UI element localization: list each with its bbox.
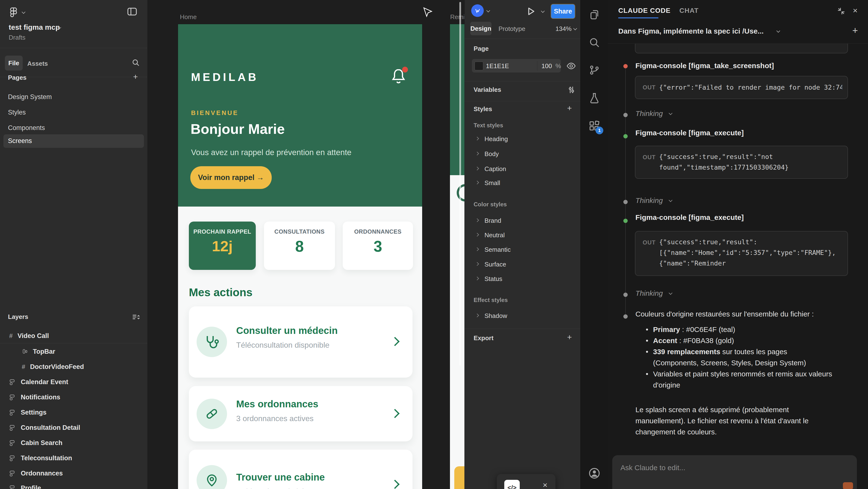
search-icon[interactable]: [589, 37, 600, 49]
visibility-eye-icon[interactable]: [566, 61, 576, 72]
zoom-level[interactable]: 134%: [556, 25, 572, 33]
present-play-icon[interactable]: [525, 6, 536, 18]
tool-output-block[interactable]: OUT {"error":"Failed to render image for…: [635, 76, 848, 99]
tool-output-block[interactable]: OUT {"success":true,"result":"not found"…: [635, 146, 848, 179]
layer-topbar[interactable]: TopBar: [22, 348, 55, 356]
toggle-sidebar-icon[interactable]: [127, 7, 137, 17]
expand-chevron-icon[interactable]: [475, 181, 479, 185]
expand-chevron-icon[interactable]: [475, 314, 479, 317]
page-opacity[interactable]: 100: [541, 62, 552, 70]
layer-settings[interactable]: Settings: [9, 409, 46, 416]
expand-chevron-icon[interactable]: [475, 262, 479, 266]
layer-ordonnances[interactable]: Ordonnances: [9, 470, 63, 477]
action-card-ordonnances[interactable]: Mes ordonnances 3 ordonnances actives: [189, 386, 412, 441]
figma-menu-chevron-icon[interactable]: [22, 10, 26, 14]
layer-consultation-detail[interactable]: Consultation Detail: [9, 424, 80, 431]
add-style-icon[interactable]: +: [567, 104, 572, 112]
expand-chevron-icon[interactable]: [475, 233, 479, 237]
zoom-chevron-icon[interactable]: [574, 27, 577, 30]
new-session-icon[interactable]: +: [852, 26, 858, 35]
code-icon[interactable]: </>: [504, 480, 520, 489]
style-neutral[interactable]: Neutral: [485, 232, 505, 239]
style-semantic[interactable]: Semantic: [485, 246, 510, 253]
add-export-icon[interactable]: +: [567, 333, 572, 341]
variables-sliders-icon[interactable]: [566, 85, 576, 96]
source-control-icon[interactable]: [589, 64, 600, 77]
close-popup-icon[interactable]: ×: [543, 481, 548, 489]
thinking-label[interactable]: Thinking: [636, 196, 663, 205]
search-icon[interactable]: [132, 58, 140, 68]
tab-prototype[interactable]: Prototype: [498, 25, 525, 33]
close-panel-icon[interactable]: ×: [853, 6, 858, 14]
testing-beaker-icon[interactable]: [589, 93, 600, 105]
style-heading[interactable]: Heading: [485, 135, 508, 143]
layer-notifications[interactable]: Notifications: [9, 394, 60, 401]
file-name[interactable]: test figma mcp: [9, 23, 60, 31]
tab-chat[interactable]: CHAT: [679, 7, 699, 14]
tab-claude-code[interactable]: CLAUDE CODE: [618, 7, 671, 14]
account-icon[interactable]: [588, 467, 601, 481]
dev-popup[interactable]: </> ×: [497, 474, 556, 489]
collapse-layers-icon[interactable]: [132, 313, 140, 322]
stat-card-consultations[interactable]: CONSULTATIONS 8: [264, 221, 335, 270]
session-dropdown[interactable]: Dans Figma, implémente la spec ici /Use.…: [618, 27, 764, 35]
frame-reminder-partial[interactable]: [450, 24, 464, 489]
add-page-icon[interactable]: +: [133, 72, 138, 81]
thinking-chevron-icon[interactable]: [669, 291, 673, 295]
send-button[interactable]: [843, 482, 853, 489]
expand-chevron-icon[interactable]: [475, 137, 479, 141]
tab-assets[interactable]: Assets: [27, 60, 48, 67]
layer-doctorvideofeed[interactable]: # DoctorVideoFeed: [22, 363, 84, 371]
expand-chevron-icon[interactable]: [475, 218, 479, 222]
sidebar-page-components[interactable]: Components: [8, 124, 45, 132]
explorer-files-icon[interactable]: [589, 9, 600, 21]
expand-chevron-icon[interactable]: [475, 247, 479, 251]
thinking-label[interactable]: Thinking: [636, 110, 663, 118]
expand-chevron-icon[interactable]: [475, 152, 479, 156]
stat-card-ordonnances[interactable]: ORDONNANCES 3: [343, 221, 413, 270]
sidebar-page-screens-row[interactable]: Screens: [3, 134, 144, 148]
action-card-cabine[interactable]: Trouver une cabine Cabines à proximité: [189, 450, 412, 489]
layer-cabin-search[interactable]: Cabin Search: [9, 439, 63, 447]
style-caption[interactable]: Caption: [485, 165, 506, 173]
conversation-log[interactable]: Figma-console [figma_take_screenshot] OU…: [608, 44, 868, 454]
style-shadow[interactable]: Shadow: [485, 312, 507, 319]
color-swatch[interactable]: [474, 62, 483, 70]
present-chevron-icon[interactable]: [541, 9, 545, 13]
layer-teleconsultation[interactable]: Teleconsultation: [9, 454, 72, 462]
design-canvas[interactable]: Home Remi MEDILAB BIENVENUE Bonjour Mari…: [147, 0, 464, 489]
frame-home[interactable]: MEDILAB BIENVENUE Bonjour Marie Vous ave…: [178, 24, 422, 489]
avatar-chevron-icon[interactable]: [487, 9, 490, 12]
style-body[interactable]: Body: [485, 150, 499, 158]
frame-label-reminder[interactable]: Remi: [450, 13, 464, 21]
tool-output-block[interactable]: OUT {"success":true,"result": [{"name":"…: [635, 231, 848, 276]
tab-file[interactable]: File: [5, 56, 23, 70]
user-avatar[interactable]: [471, 4, 484, 17]
thinking-chevron-icon[interactable]: [669, 198, 673, 202]
thinking-label[interactable]: Thinking: [636, 289, 663, 298]
chat-input[interactable]: [620, 463, 814, 472]
sidebar-page-styles[interactable]: Styles: [8, 109, 26, 116]
style-surface[interactable]: Surface: [485, 261, 506, 268]
expand-chevron-icon[interactable]: [475, 167, 479, 171]
page-color-hex[interactable]: 1E1E1E: [486, 62, 509, 70]
page-color-row[interactable]: 1E1E1E 100 %: [472, 59, 561, 72]
share-button[interactable]: Share: [551, 4, 575, 19]
reminder-cta-button[interactable]: Voir mon rappel →: [190, 166, 272, 189]
chat-input-container[interactable]: [612, 455, 857, 489]
session-chevron-icon[interactable]: [776, 29, 780, 33]
frame-label-home[interactable]: Home: [180, 13, 196, 21]
stat-card-rappel[interactable]: PROCHAIN RAPPEL 12j: [189, 221, 256, 270]
style-brand[interactable]: Brand: [485, 217, 501, 224]
figma-logo-icon[interactable]: [8, 6, 19, 18]
layer-profile[interactable]: Profile: [9, 484, 41, 489]
layer-video-call[interactable]: # Video Call: [9, 332, 49, 340]
action-card-consult[interactable]: Consulter un médecin Téléconsultation di…: [189, 306, 412, 378]
thinking-chevron-icon[interactable]: [669, 111, 673, 115]
layer-calendar-event[interactable]: Calendar Event: [9, 378, 68, 386]
canvas-scrollbar[interactable]: [459, 2, 461, 366]
style-status[interactable]: Status: [485, 275, 502, 283]
sidebar-page-design-system[interactable]: Design System: [8, 93, 52, 101]
collapse-panel-icon[interactable]: [837, 7, 845, 17]
tab-design[interactable]: Design: [470, 22, 492, 35]
